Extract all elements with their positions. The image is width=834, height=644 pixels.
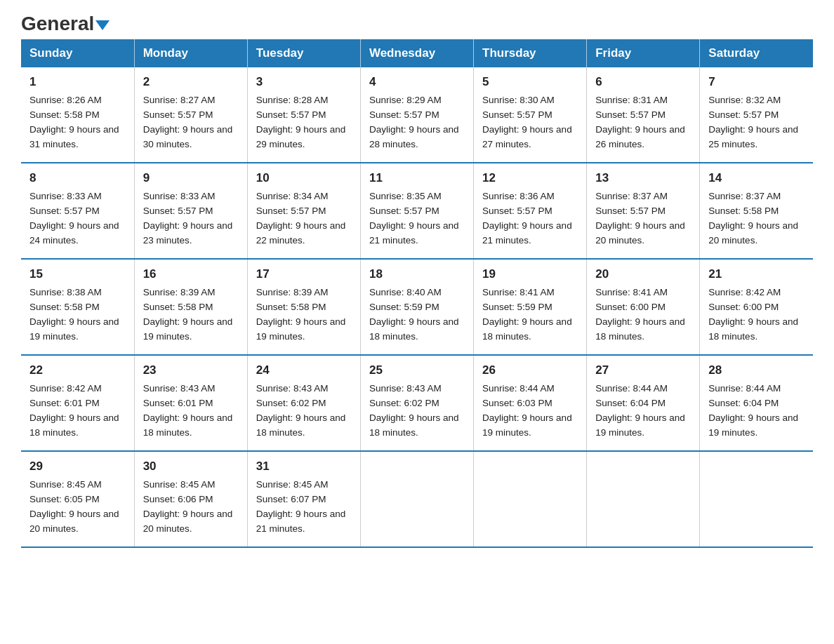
calendar-cell: 3Sunrise: 8:28 AMSunset: 5:57 PMDaylight… — [247, 67, 360, 163]
sunrise-label: Sunrise: 8:45 AM — [29, 479, 102, 490]
daylight-label: Daylight: 9 hours and 20 minutes. — [29, 509, 119, 534]
header-cell-saturday: Saturday — [700, 39, 813, 67]
calendar-cell: 22Sunrise: 8:42 AMSunset: 6:01 PMDayligh… — [21, 355, 134, 451]
daylight-label: Daylight: 9 hours and 18 minutes. — [595, 316, 685, 342]
daylight-label: Daylight: 9 hours and 25 minutes. — [708, 124, 798, 149]
calendar-cell: 26Sunrise: 8:44 AMSunset: 6:03 PMDayligh… — [474, 355, 587, 451]
calendar-cell: 16Sunrise: 8:39 AMSunset: 5:58 PMDayligh… — [134, 259, 247, 355]
week-row-3: 15Sunrise: 8:38 AMSunset: 5:58 PMDayligh… — [21, 259, 813, 355]
calendar-header: SundayMondayTuesdayWednesdayThursdayFrid… — [21, 39, 813, 67]
daylight-label: Daylight: 9 hours and 19 minutes. — [29, 316, 119, 342]
sunrise-label: Sunrise: 8:34 AM — [256, 191, 329, 201]
daylight-label: Daylight: 9 hours and 26 minutes. — [595, 124, 685, 149]
sunset-label: Sunset: 5:57 PM — [595, 206, 666, 216]
sunrise-label: Sunrise: 8:39 AM — [143, 287, 216, 297]
sunset-label: Sunset: 5:57 PM — [369, 109, 439, 120]
daylight-label: Daylight: 9 hours and 19 minutes. — [482, 412, 572, 438]
day-number: 3 — [256, 73, 352, 91]
calendar-cell: 1Sunrise: 8:26 AMSunset: 5:58 PMDaylight… — [21, 67, 134, 163]
sunset-label: Sunset: 6:01 PM — [143, 398, 213, 408]
sunrise-label: Sunrise: 8:40 AM — [369, 287, 442, 297]
day-number: 25 — [369, 361, 465, 380]
sunset-label: Sunset: 6:00 PM — [595, 302, 666, 312]
sunset-label: Sunset: 5:57 PM — [482, 109, 552, 120]
day-number: 24 — [256, 361, 352, 380]
day-number: 29 — [29, 457, 126, 476]
daylight-label: Daylight: 9 hours and 19 minutes. — [143, 316, 233, 342]
sunrise-label: Sunrise: 8:38 AM — [29, 287, 102, 297]
sunrise-label: Sunrise: 8:29 AM — [369, 95, 442, 105]
daylight-label: Daylight: 9 hours and 20 minutes. — [143, 509, 233, 534]
sunrise-label: Sunrise: 8:33 AM — [29, 191, 102, 201]
sunset-label: Sunset: 6:04 PM — [595, 398, 666, 408]
daylight-label: Daylight: 9 hours and 31 minutes. — [29, 124, 119, 149]
sunset-label: Sunset: 5:57 PM — [708, 109, 779, 120]
sunset-label: Sunset: 5:58 PM — [29, 109, 100, 120]
daylight-label: Daylight: 9 hours and 18 minutes. — [369, 316, 459, 342]
sunrise-label: Sunrise: 8:26 AM — [29, 95, 102, 105]
sunrise-label: Sunrise: 8:41 AM — [482, 287, 555, 297]
sunrise-label: Sunrise: 8:37 AM — [708, 191, 781, 201]
sunset-label: Sunset: 5:59 PM — [482, 302, 552, 312]
day-number: 9 — [143, 169, 239, 187]
sunset-label: Sunset: 6:01 PM — [29, 398, 100, 408]
calendar-cell: 30Sunrise: 8:45 AMSunset: 6:06 PMDayligh… — [134, 451, 247, 547]
calendar-cell: 17Sunrise: 8:39 AMSunset: 5:58 PMDayligh… — [247, 259, 360, 355]
calendar-cell — [360, 451, 473, 547]
daylight-label: Daylight: 9 hours and 23 minutes. — [143, 220, 233, 246]
sunset-label: Sunset: 5:57 PM — [29, 206, 100, 216]
sunset-label: Sunset: 6:06 PM — [143, 494, 213, 504]
day-number: 8 — [29, 169, 126, 187]
sunrise-label: Sunrise: 8:43 AM — [369, 383, 442, 394]
sunrise-label: Sunrise: 8:39 AM — [256, 287, 329, 297]
calendar-cell: 29Sunrise: 8:45 AMSunset: 6:05 PMDayligh… — [21, 451, 134, 547]
daylight-label: Daylight: 9 hours and 20 minutes. — [595, 220, 685, 246]
day-number: 17 — [256, 265, 352, 283]
daylight-label: Daylight: 9 hours and 21 minutes. — [369, 220, 459, 246]
day-number: 10 — [256, 169, 352, 187]
day-number: 6 — [595, 73, 691, 91]
sunrise-label: Sunrise: 8:37 AM — [595, 191, 668, 201]
day-number: 20 — [595, 265, 691, 283]
sunrise-label: Sunrise: 8:33 AM — [143, 191, 216, 201]
sunset-label: Sunset: 6:04 PM — [708, 398, 779, 408]
header-cell-wednesday: Wednesday — [360, 39, 473, 67]
sunset-label: Sunset: 5:57 PM — [143, 206, 213, 216]
calendar-cell: 21Sunrise: 8:42 AMSunset: 6:00 PMDayligh… — [700, 259, 813, 355]
sunset-label: Sunset: 6:02 PM — [369, 398, 439, 408]
calendar-cell: 6Sunrise: 8:31 AMSunset: 5:57 PMDaylight… — [587, 67, 700, 163]
daylight-label: Daylight: 9 hours and 19 minutes. — [595, 412, 685, 438]
daylight-label: Daylight: 9 hours and 21 minutes. — [482, 220, 572, 246]
day-number: 11 — [369, 169, 465, 187]
daylight-label: Daylight: 9 hours and 19 minutes. — [708, 412, 798, 438]
calendar-cell: 14Sunrise: 8:37 AMSunset: 5:58 PMDayligh… — [700, 163, 813, 259]
sunrise-label: Sunrise: 8:31 AM — [595, 95, 668, 105]
daylight-label: Daylight: 9 hours and 22 minutes. — [256, 220, 346, 246]
day-number: 23 — [143, 361, 239, 380]
calendar-body: 1Sunrise: 8:26 AMSunset: 5:58 PMDaylight… — [21, 67, 813, 547]
day-number: 16 — [143, 265, 239, 283]
sunset-label: Sunset: 6:03 PM — [482, 398, 552, 408]
day-number: 1 — [29, 73, 126, 91]
day-number: 15 — [29, 265, 126, 283]
calendar-cell — [474, 451, 587, 547]
sunrise-label: Sunrise: 8:44 AM — [708, 383, 781, 394]
day-number: 7 — [708, 73, 805, 91]
sunset-label: Sunset: 5:57 PM — [256, 109, 326, 120]
daylight-label: Daylight: 9 hours and 18 minutes. — [482, 316, 572, 342]
sunrise-label: Sunrise: 8:32 AM — [708, 95, 781, 105]
calendar-cell: 19Sunrise: 8:41 AMSunset: 5:59 PMDayligh… — [474, 259, 587, 355]
day-number: 14 — [708, 169, 805, 187]
sunrise-label: Sunrise: 8:27 AM — [143, 95, 216, 105]
week-row-1: 1Sunrise: 8:26 AMSunset: 5:58 PMDaylight… — [21, 67, 813, 163]
daylight-label: Daylight: 9 hours and 18 minutes. — [29, 412, 119, 438]
calendar-cell: 7Sunrise: 8:32 AMSunset: 5:57 PMDaylight… — [700, 67, 813, 163]
day-number: 26 — [482, 361, 578, 380]
daylight-label: Daylight: 9 hours and 18 minutes. — [256, 412, 346, 438]
calendar-cell: 23Sunrise: 8:43 AMSunset: 6:01 PMDayligh… — [134, 355, 247, 451]
calendar-cell: 28Sunrise: 8:44 AMSunset: 6:04 PMDayligh… — [700, 355, 813, 451]
day-number: 13 — [595, 169, 691, 187]
daylight-label: Daylight: 9 hours and 29 minutes. — [256, 124, 346, 149]
sunset-label: Sunset: 5:57 PM — [369, 206, 439, 216]
sunset-label: Sunset: 5:58 PM — [29, 302, 100, 312]
